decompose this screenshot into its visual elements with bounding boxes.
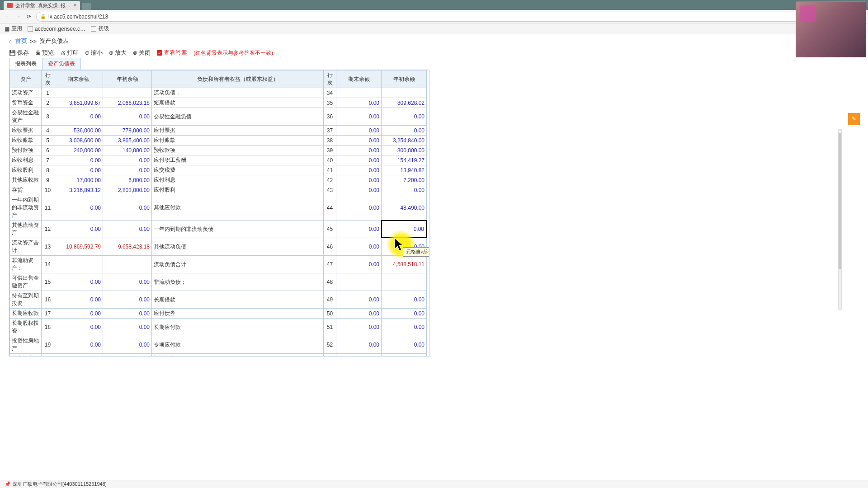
bookmark-item[interactable]: 初级: [91, 25, 109, 33]
close-icon[interactable]: ×: [73, 2, 76, 9]
end-balance-cell[interactable]: 0.00: [336, 145, 382, 155]
begin-balance-cell[interactable]: 3,865,400.00: [103, 136, 152, 145]
end-balance-cell[interactable]: 322,016.95: [54, 354, 103, 357]
end-balance-cell[interactable]: 240,000.00: [54, 145, 103, 155]
reload-button[interactable]: ⟳: [25, 13, 33, 20]
begin-balance-cell[interactable]: 3,254,840.00: [382, 136, 427, 145]
end-balance-cell[interactable]: 0.00: [54, 319, 103, 336]
apps-button[interactable]: ▦ 应用: [5, 25, 22, 33]
end-balance-cell[interactable]: 0.00: [54, 273, 103, 291]
end-balance-cell[interactable]: 0.00: [336, 108, 382, 126]
end-balance-cell[interactable]: 10,869,592.79: [54, 238, 103, 256]
edit-side-button[interactable]: ✎: [848, 113, 860, 125]
end-balance-cell[interactable]: 0.00: [54, 309, 103, 319]
end-balance-cell[interactable]: 0.00: [336, 165, 382, 175]
sheet-scroll-area[interactable]: 资产 行次 期末余额 年初余额 负债和所有者权益（或股东权益） 行次 期末余额 …: [9, 70, 429, 357]
begin-balance-cell[interactable]: 809,628.02: [382, 98, 427, 108]
end-balance-cell[interactable]: 0.00: [336, 256, 382, 273]
begin-balance-cell[interactable]: 0.00: [103, 165, 152, 175]
begin-balance-cell[interactable]: 0.00: [382, 336, 427, 354]
preview-button[interactable]: 🖶预览: [35, 49, 54, 57]
end-balance-cell[interactable]: 0.00: [54, 336, 103, 354]
end-balance-cell[interactable]: 3,216,893.12: [54, 185, 103, 195]
forward-button[interactable]: →: [14, 13, 22, 20]
new-tab-button[interactable]: [82, 3, 91, 10]
print-button[interactable]: 🖨打印: [60, 49, 79, 57]
end-balance-cell[interactable]: 0.00: [336, 336, 382, 354]
scrollbar-thumb[interactable]: [839, 133, 841, 269]
begin-balance-cell[interactable]: 0.00: [382, 126, 427, 136]
tab-balance-sheet[interactable]: 资产负债表: [42, 58, 80, 70]
begin-balance-cell[interactable]: 0.00: [382, 108, 427, 126]
close-button[interactable]: ⊗关闭: [133, 49, 151, 57]
begin-balance-cell[interactable]: 300,000.00: [382, 145, 427, 155]
end-balance-cell[interactable]: [54, 88, 103, 98]
end-balance-cell[interactable]: 0.00: [336, 195, 382, 221]
end-balance-cell[interactable]: 3,008,600.00: [54, 136, 103, 145]
begin-balance-cell[interactable]: [382, 88, 427, 98]
begin-balance-cell[interactable]: 0.00: [103, 195, 152, 221]
end-balance-cell[interactable]: [336, 88, 382, 98]
begin-balance-cell[interactable]: 0.00: [382, 185, 427, 195]
begin-balance-cell[interactable]: 0.00: [382, 221, 427, 238]
begin-balance-cell[interactable]: 0.00: [382, 354, 427, 357]
end-balance-cell[interactable]: 0.00: [54, 195, 103, 221]
save-button[interactable]: 💾保存: [9, 49, 29, 57]
back-button[interactable]: ←: [4, 13, 11, 20]
url-bar[interactable]: 🔒 lx.acc5.com/baoshui/213: [36, 12, 864, 22]
begin-balance-cell[interactable]: 0.00: [103, 155, 152, 165]
bookmark-item[interactable]: acc5com.gensee.c…: [28, 26, 85, 32]
begin-balance-cell[interactable]: [382, 273, 427, 291]
end-balance-cell[interactable]: 0.00: [336, 175, 382, 185]
begin-balance-cell[interactable]: 4,588,518.11: [382, 256, 427, 273]
check-answer-toggle[interactable]: ✓ 查看答案: [157, 49, 187, 57]
begin-balance-cell[interactable]: 0.00: [103, 273, 152, 291]
begin-balance-cell[interactable]: 0.00: [103, 336, 152, 354]
begin-balance-cell[interactable]: 0.00: [382, 309, 427, 319]
begin-balance-cell[interactable]: 13,940.82: [382, 165, 427, 175]
begin-balance-cell[interactable]: 0.00: [382, 291, 427, 309]
end-balance-cell[interactable]: 0.00: [54, 165, 103, 175]
video-overlay[interactable]: [796, 1, 866, 57]
end-balance-cell[interactable]: 0.00: [336, 291, 382, 309]
begin-balance-cell[interactable]: 0.00: [103, 319, 152, 336]
begin-balance-cell[interactable]: 311,516.95: [103, 354, 152, 357]
selected-cell-input[interactable]: 0.00: [381, 220, 427, 238]
begin-balance-cell[interactable]: 7,200.00: [382, 175, 427, 185]
begin-balance-cell[interactable]: 154,419.27: [382, 155, 427, 165]
end-balance-cell[interactable]: 0.00: [336, 354, 382, 357]
begin-balance-cell[interactable]: 0.00: [103, 291, 152, 309]
breadcrumb-home[interactable]: 首页: [15, 37, 27, 45]
end-balance-cell[interactable]: 0.00: [336, 98, 382, 108]
page-scrollbar[interactable]: [838, 129, 842, 310]
end-balance-cell[interactable]: 0.00: [336, 238, 382, 256]
end-balance-cell[interactable]: 17,000.00: [54, 175, 103, 185]
end-balance-cell[interactable]: 0.00: [336, 155, 382, 165]
browser-tab[interactable]: 会计学堂_真账实操_报… ×: [4, 1, 80, 10]
home-icon[interactable]: ⌂: [9, 38, 13, 45]
end-balance-cell[interactable]: 0.00: [336, 136, 382, 145]
begin-balance-cell[interactable]: 48,490.00: [382, 195, 427, 221]
begin-balance-cell[interactable]: 0.00: [382, 319, 427, 336]
zoom-in-button[interactable]: ⊕放大: [109, 49, 127, 57]
end-balance-cell[interactable]: 0.00: [54, 108, 103, 126]
end-balance-cell[interactable]: 0.00: [336, 319, 382, 336]
begin-balance-cell[interactable]: 778,000.00: [103, 126, 152, 136]
begin-balance-cell[interactable]: [103, 256, 152, 273]
begin-balance-cell[interactable]: 9,658,423.18: [103, 238, 152, 256]
end-balance-cell[interactable]: 0.00: [336, 309, 382, 319]
begin-balance-cell[interactable]: 140,000.00: [103, 145, 152, 155]
end-balance-cell[interactable]: 0.00: [54, 221, 103, 238]
end-balance-cell[interactable]: [336, 273, 382, 291]
end-balance-cell[interactable]: 0.00: [336, 185, 382, 195]
end-balance-cell[interactable]: 3,851,099.67: [54, 98, 103, 108]
end-balance-cell[interactable]: 0.00: [54, 291, 103, 309]
end-balance-cell[interactable]: 0.00: [54, 155, 103, 165]
begin-balance-cell[interactable]: 0.00: [103, 309, 152, 319]
end-balance-cell[interactable]: 0.00: [336, 126, 382, 136]
end-balance-cell[interactable]: [54, 256, 103, 273]
zoom-out-button[interactable]: ⊖缩小: [85, 49, 103, 57]
begin-balance-cell[interactable]: [103, 88, 152, 98]
begin-balance-cell[interactable]: 0.00: [103, 221, 152, 238]
begin-balance-cell[interactable]: 0.00: [103, 108, 152, 126]
